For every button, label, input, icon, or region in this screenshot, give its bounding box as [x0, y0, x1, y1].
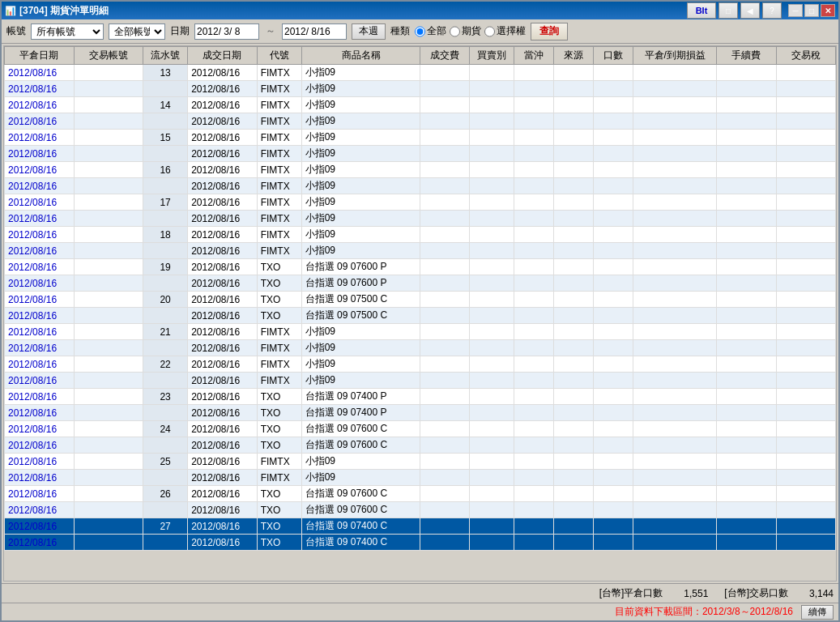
table-row[interactable]: 2012/08/162012/08/16FIMTX小指09: [5, 81, 836, 97]
cell-account: [74, 81, 143, 97]
col-header-seq: 流水號: [143, 47, 188, 65]
table-row[interactable]: 2012/08/162012/08/16FIMTX小指09: [5, 113, 836, 130]
table-row[interactable]: 2012/08/16202012/08/16TXO台指選 09 07500 C: [5, 292, 836, 308]
cell-product: 台指選 09 07600 C: [301, 502, 420, 518]
cell-product: 小指09: [301, 97, 420, 113]
cell-fee: [717, 178, 776, 194]
cell-source: [554, 356, 594, 373]
table-row[interactable]: 2012/08/16152012/08/16FIMTX小指09: [5, 130, 836, 146]
cell-buysell: [470, 421, 514, 437]
back-icon[interactable]: ◀: [740, 2, 760, 19]
cell-tax: [776, 130, 835, 146]
help-icon[interactable]: ?: [762, 2, 782, 19]
table-row[interactable]: 2012/08/162012/08/16FIMTX小指09: [5, 146, 836, 162]
cell-product: 台指選 09 07600 P: [301, 275, 420, 292]
cell-fee: [717, 130, 776, 146]
window-icon: 📊: [5, 6, 16, 16]
maximize-icon[interactable]: □: [718, 2, 738, 19]
cell-source: [554, 389, 594, 405]
date-to-input[interactable]: [282, 23, 347, 40]
cell-seq: [143, 275, 188, 292]
cell-pingcang: 2012/08/16: [5, 373, 75, 389]
table-row[interactable]: 2012/08/16262012/08/16TXO台指選 09 07600 C: [5, 486, 836, 502]
table-row[interactable]: 2012/08/162012/08/16FIMTX小指09: [5, 340, 836, 356]
cell-code: FIMTX: [257, 373, 301, 389]
table-row[interactable]: 2012/08/16192012/08/16TXO台指選 09 07600 P: [5, 259, 836, 275]
table-row[interactable]: 2012/08/16252012/08/16FIMTX小指09: [5, 454, 836, 470]
table-row[interactable]: 2012/08/16132012/08/16FIMTX小指09: [5, 65, 836, 81]
table-row[interactable]: 2012/08/16212012/08/16FIMTX小指09: [5, 324, 836, 340]
table-row[interactable]: 2012/08/16232012/08/16TXO台指選 09 07400 P: [5, 389, 836, 405]
cell-source: [554, 81, 594, 97]
cell-qty: [594, 486, 633, 502]
radio-futures[interactable]: [450, 23, 460, 40]
cell-buysell: [470, 194, 514, 211]
table-row[interactable]: 2012/08/162012/08/16FIMTX小指09: [5, 211, 836, 227]
cell-qty: [594, 356, 633, 373]
bit-icon[interactable]: BIt: [687, 2, 716, 19]
maximize-button[interactable]: □: [804, 4, 819, 17]
cell-qty: [594, 535, 633, 551]
main-window: 📊 [3704] 期貨沖單明細 BIt □ ◀ ? ─ □ ✕ 帳號 所有帳號 …: [0, 0, 840, 622]
table-row[interactable]: 2012/08/162012/08/16FIMTX小指09: [5, 243, 836, 259]
table-row[interactable]: 2012/08/16162012/08/16FIMTX小指09: [5, 162, 836, 178]
cell-source: [554, 259, 594, 275]
table-row[interactable]: 2012/08/162012/08/16FIMTX小指09: [5, 373, 836, 389]
table-row[interactable]: 2012/08/16142012/08/16FIMTX小指09: [5, 97, 836, 113]
full-account-select[interactable]: 全部帳號: [109, 23, 165, 40]
table-row[interactable]: 2012/08/16172012/08/16FIMTX小指09: [5, 194, 836, 211]
cell-tax: [776, 502, 835, 518]
table-row[interactable]: 2012/08/16242012/08/16TXO台指選 09 07600 C: [5, 421, 836, 437]
radio-all[interactable]: [415, 23, 425, 40]
table-row[interactable]: 2012/08/162012/08/16TXO台指選 09 07500 C: [5, 308, 836, 324]
cell-product: 小指09: [301, 340, 420, 356]
cell-tax: [776, 227, 835, 243]
close-button[interactable]: ✕: [821, 4, 835, 17]
account-select[interactable]: 所有帳號: [31, 23, 104, 40]
cell-qty: [594, 340, 633, 356]
table-row[interactable]: 2012/08/162012/08/16TXO台指選 09 07400 C: [5, 535, 836, 551]
table-row[interactable]: 2012/08/162012/08/16FIMTX小指09: [5, 470, 836, 486]
table-header: 平倉日期 交易帳號 流水號 成交日期 代號 商品名稱 成交費 買賣別 當沖 來源…: [5, 47, 836, 65]
cell-price: [420, 437, 470, 454]
title-bar-left: 📊 [3704] 期貨沖單明細: [5, 4, 109, 18]
table-row[interactable]: 2012/08/162012/08/16TXO台指選 09 07400 P: [5, 405, 836, 421]
search-button[interactable]: 查詢: [531, 23, 568, 40]
radio-options[interactable]: [484, 23, 495, 40]
content-area: 平倉日期 交易帳號 流水號 成交日期 代號 商品名稱 成交費 買賣別 當沖 來源…: [2, 44, 838, 620]
table-row[interactable]: 2012/08/162012/08/16TXO台指選 09 07600 P: [5, 275, 836, 292]
cell-trade-date: 2012/08/16: [188, 421, 258, 437]
cell-fee: [717, 518, 776, 535]
date-from-input[interactable]: [194, 23, 259, 40]
table-row[interactable]: 2012/08/16182012/08/16FIMTX小指09: [5, 227, 836, 243]
radio-all-label[interactable]: 全部: [415, 23, 446, 40]
table-scroll-area[interactable]: 平倉日期 交易帳號 流水號 成交日期 代號 商品名稱 成交費 買賣別 當沖 來源…: [3, 45, 837, 582]
cell-product: 小指09: [301, 324, 420, 340]
cell-account: [74, 259, 143, 275]
col-header-qty: 口數: [594, 47, 633, 65]
cell-source: [554, 211, 594, 227]
table-row[interactable]: 2012/08/162012/08/16TXO台指選 09 07600 C: [5, 437, 836, 454]
period-button[interactable]: 本週: [352, 23, 386, 40]
radio-options-label[interactable]: 選擇權: [484, 23, 526, 40]
summary-pingcang: [台幣]平倉口數 1,551: [599, 586, 709, 600]
cell-trade-date: 2012/08/16: [188, 389, 258, 405]
cell-profit: [633, 405, 717, 421]
cell-code: FIMTX: [257, 162, 301, 178]
cell-fee: [717, 292, 776, 308]
cell-qty: [594, 162, 633, 178]
continue-button[interactable]: 續傳: [801, 605, 834, 620]
cell-source: [554, 421, 594, 437]
cell-fee: [717, 211, 776, 227]
minimize-button[interactable]: ─: [788, 4, 803, 17]
cell-offset: [514, 65, 554, 81]
cell-product: 小指09: [301, 65, 420, 81]
cell-price: [420, 178, 470, 194]
table-row[interactable]: 2012/08/16272012/08/16TXO台指選 09 07400 C: [5, 518, 836, 535]
cell-fee: [717, 421, 776, 437]
table-row[interactable]: 2012/08/162012/08/16TXO台指選 09 07600 C: [5, 502, 836, 518]
table-row[interactable]: 2012/08/162012/08/16FIMTX小指09: [5, 178, 836, 194]
cell-code: TXO: [257, 292, 301, 308]
table-row[interactable]: 2012/08/16222012/08/16FIMTX小指09: [5, 356, 836, 373]
radio-futures-label[interactable]: 期貨: [450, 23, 481, 40]
